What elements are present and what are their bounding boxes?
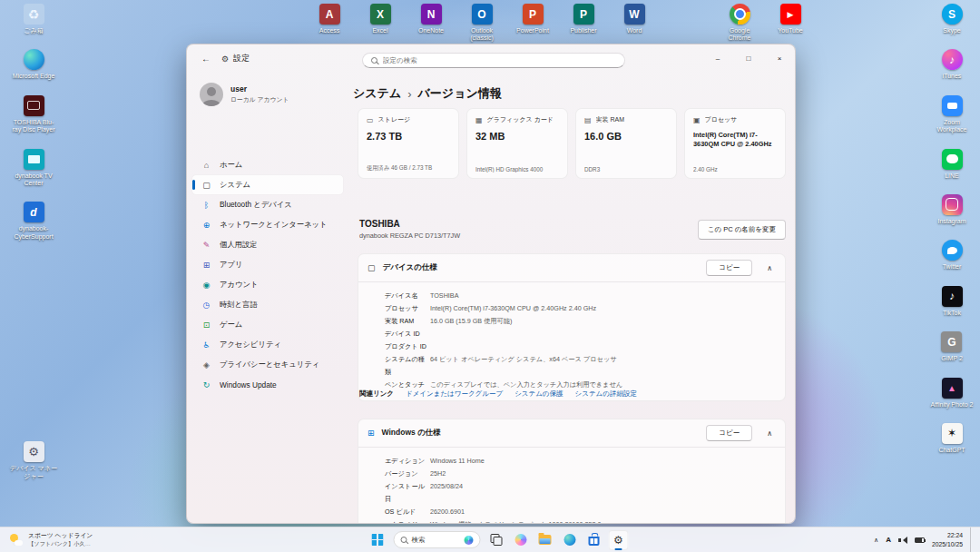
sidebar-item[interactable]: ◉ アカウント (192, 275, 343, 294)
maximize-button[interactable]: □ (733, 44, 764, 72)
taskbar-app-icon[interactable] (535, 530, 555, 550)
desktop-icon[interactable]: ✶ ChatGPT (938, 423, 965, 454)
ime-indicator[interactable]: A (886, 536, 891, 544)
volume-icon[interactable] (898, 537, 907, 544)
desktop-icon-label: Instagram (937, 218, 965, 225)
tray-clock[interactable]: 22:24 2025/10/25 (932, 531, 963, 547)
app-tile-icon: G (941, 331, 962, 352)
spec-value: 2025/08/24 (430, 480, 463, 506)
sidebar-item[interactable]: ⌂ ホーム (192, 155, 343, 174)
copy-button[interactable]: コピー (706, 425, 752, 441)
spec-value: Intel(R) Core(TM) i7-3630QM CPU @ 2.40GH… (430, 302, 596, 315)
sidebar-item-icon: ⌂ (201, 161, 211, 170)
windows-spec-body: エディション Windows 11 Home バージョン 25H2 インストール… (358, 447, 785, 524)
desktop-icon[interactable]: dynabook TV Center (9, 149, 58, 188)
taskbar-app-icon[interactable] (511, 530, 531, 550)
overview-card: ▭ ストレージ 2.73 TB 使用済み 46 GB / 2.73 TB (358, 108, 459, 179)
sidebar-item[interactable]: ◷ 時刻と言語 (192, 295, 343, 314)
copy-button[interactable]: コピー (706, 260, 752, 276)
desktop-icon-label: TOSHIBA Blu-ray Disc Player (9, 119, 58, 134)
minimize-button[interactable]: – (702, 44, 733, 72)
close-button[interactable]: × (764, 44, 795, 72)
sidebar-item[interactable]: ⊞ アプリ (192, 255, 343, 274)
related-link[interactable]: システムの保護 (514, 389, 563, 399)
desktop-icon-label: dynabook TV Center (9, 172, 58, 188)
sidebar-item[interactable]: ᛒ Bluetooth とデバイス (192, 195, 343, 214)
taskbar-search[interactable]: 検索 (394, 531, 481, 548)
sidebar-item-label: プライバシーとセキュリティ (220, 360, 319, 370)
desktop: ♻ ごみ箱 Microsoft Edge TOSHIBA Blu-ray Dis… (0, 0, 980, 552)
sidebar-item[interactable]: ⊕ ネットワークとインターネット (192, 215, 343, 234)
overview-card: ▦ グラフィックス カード 32 MB Intel(R) HD Graphics… (466, 108, 568, 179)
card-icon: ▦ (475, 116, 483, 124)
sidebar-item[interactable]: ♿ アクセシビリティ (192, 335, 343, 354)
related-link[interactable]: システムの詳細設定 (575, 389, 637, 399)
show-desktop-button[interactable] (970, 527, 973, 552)
settings-search-input[interactable] (383, 56, 616, 64)
desktop-icon[interactable]: Twitter (942, 240, 963, 271)
desktop-icon[interactable]: G GIMP 2 (941, 331, 963, 362)
tray-chevron-icon[interactable]: ∧ (874, 537, 878, 544)
sidebar-item[interactable]: ↻ Windows Update (192, 375, 343, 394)
clock-date: 2025/10/25 (932, 540, 963, 548)
settings-window: ← ⚙ 設定 – □ × user ローカル アカウント (186, 44, 796, 524)
desktop-icon[interactable]: ♪ iTunes (942, 49, 963, 80)
settings-search[interactable] (362, 53, 625, 68)
windows-logo-icon: ⊞ (368, 429, 375, 438)
chevron-up-icon[interactable]: ∧ (767, 264, 772, 272)
device-model: dynabook REGZA PC D713/T7JW (359, 232, 460, 240)
breadcrumb: システム › バージョン情報 (353, 85, 502, 102)
desktop-icon[interactable]: ♪ TikTok (942, 286, 963, 317)
desktop-icon[interactable]: S Skype (942, 4, 963, 34)
sidebar-item-label: 時刻と言語 (220, 300, 258, 310)
user-profile[interactable]: user ローカル アカウント (200, 83, 289, 106)
taskbar-app-icon[interactable] (560, 530, 580, 550)
desktop-icon[interactable]: Instagram (937, 194, 965, 225)
taskbar-app-icon[interactable] (584, 530, 604, 550)
start-button[interactable] (367, 530, 388, 550)
sidebar-item[interactable]: ✎ 個人用設定 (192, 235, 343, 254)
spec-row: エクスペリエンス Windows 機能エクスペリエンス パック 1000.261… (385, 518, 776, 524)
battery-icon[interactable] (915, 537, 925, 543)
rename-pc-button[interactable]: この PC の名前を変更 (698, 220, 786, 240)
desktop-icon-label: GIMP 2 (941, 355, 963, 362)
desktop-icon[interactable]: ⚙ デバイス マネージャー (9, 441, 58, 480)
widgets-button[interactable]: スポーツ ヘッドライン 【ソフトバンク】小久… (2, 529, 100, 550)
desktop-icon[interactable]: P PowerPoint (517, 4, 548, 34)
windows-spec-header[interactable]: ⊞ Windows の仕様 コピー ∧ (358, 419, 785, 447)
desktop-icon[interactable]: TOSHIBA Blu-ray Disc Player (9, 95, 58, 134)
chevron-up-icon[interactable]: ∧ (767, 429, 772, 438)
device-spec-header[interactable]: ▢ デバイスの仕様 コピー ∧ (358, 254, 785, 281)
taskbar-app-icon[interactable]: ⚙ (609, 530, 629, 550)
spec-label: プロダクト ID (385, 340, 430, 353)
desktop-icon-label: YouTube (778, 27, 803, 34)
desktop-icon[interactable]: P Publisher (568, 4, 599, 34)
app-tile-icon (24, 95, 44, 116)
breadcrumb-root[interactable]: システム (353, 85, 401, 102)
desktop-icon[interactable]: O Outlook (classic) (466, 4, 497, 43)
desktop-icon[interactable]: d dynabook-CyberSupport (9, 202, 58, 241)
desktop-icon[interactable]: ♻ ごみ箱 (24, 4, 44, 34)
desktop-icon[interactable]: Zoom Workplace (928, 95, 975, 134)
desktop-icon[interactable]: X Excel (365, 4, 396, 34)
desktop-icon[interactable]: A Access (314, 4, 345, 34)
sidebar-item[interactable]: ◈ プライバシーとセキュリティ (192, 355, 343, 374)
desktop-icon[interactable]: Microsoft Edge (13, 49, 55, 80)
related-link[interactable]: ドメインまたはワークグループ (406, 389, 503, 399)
desktop-icon[interactable]: N OneNote (416, 4, 446, 34)
sidebar-item[interactable]: ⊡ ゲーム (192, 315, 343, 334)
device-spec-card: ▢ デバイスの仕様 コピー ∧ デバイス名 TOSHIBA プロセッサ Inte… (358, 253, 786, 401)
taskbar-app-icon[interactable] (486, 530, 506, 550)
back-button[interactable]: ← (196, 50, 216, 66)
sidebar-item-icon: ✎ (201, 241, 211, 250)
app-tile-icon (24, 149, 44, 170)
desktop-icon[interactable]: ▲ Affinity Photo 2 (931, 378, 974, 409)
search-icon (401, 537, 407, 543)
desktop-icon[interactable]: Google Chrome (724, 4, 755, 43)
device-name-row: TOSHIBA dynabook REGZA PC D713/T7JW この P… (359, 219, 786, 240)
desktop-icon[interactable]: LINE (942, 149, 963, 180)
sidebar-item-label: ゲーム (220, 320, 242, 330)
sidebar-item[interactable]: ▢ システム (192, 175, 343, 194)
desktop-icon[interactable]: W Word (619, 4, 650, 34)
desktop-icon[interactable]: ▶ YouTube (775, 4, 806, 34)
